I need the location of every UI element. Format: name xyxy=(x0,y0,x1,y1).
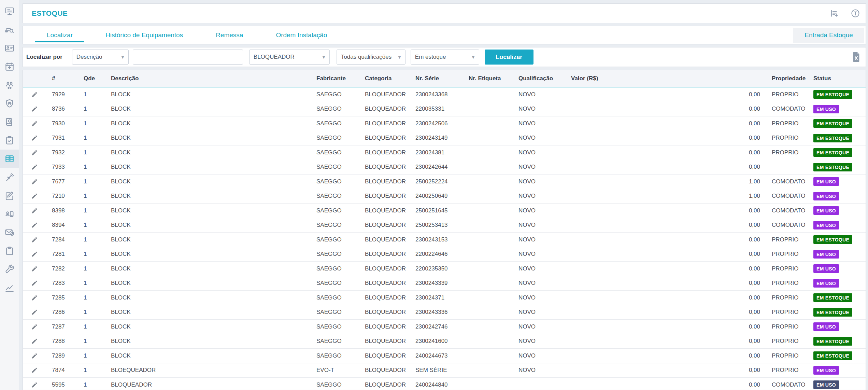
tab-ordem-instalacao[interactable]: Ordem Instalação xyxy=(264,26,339,44)
table-row[interactable]: 8736 1 BLOCK SAEGGO BLOQUEADOR 220035331… xyxy=(23,102,866,117)
edit-cell xyxy=(23,323,52,330)
cell-desc: BLOCK xyxy=(111,164,316,170)
sidebar-item-person-badge[interactable] xyxy=(0,205,19,223)
edit-pencil-icon[interactable] xyxy=(31,352,38,359)
edit-pencil-icon[interactable] xyxy=(31,164,38,170)
sidebar-item-clipboard[interactable] xyxy=(0,242,19,260)
table-row[interactable]: 8394 1 BLOCK SAEGGO BLOQUEADOR 250025341… xyxy=(23,218,866,233)
status-badge: EM ESTOQUE xyxy=(813,351,852,360)
cell-qty: 1 xyxy=(84,222,111,228)
stock-select[interactable]: Em estoque ▼ xyxy=(411,50,479,65)
sidebar-item-wrench[interactable] xyxy=(0,260,19,279)
sidebar-item-stock-drawers[interactable] xyxy=(0,150,19,168)
tab-localizar[interactable]: Localizar xyxy=(35,26,84,44)
edit-pencil-icon[interactable] xyxy=(31,338,38,345)
cell-serial: 2300243339 xyxy=(415,280,469,287)
sidebar-item-mail-sync[interactable] xyxy=(0,223,19,242)
cell-serial: 2300243336 xyxy=(415,309,469,316)
edit-pencil-icon[interactable] xyxy=(31,106,38,112)
table-row[interactable]: 7677 1 BLOCK SAEGGO BLOQUEADOR 250025222… xyxy=(23,175,866,189)
table-row[interactable]: 7933 1 BLOCK SAEGGO BLOQUEADOR 230024264… xyxy=(23,160,866,175)
table-row[interactable]: 7286 1 BLOCK SAEGGO BLOQUEADOR 230024333… xyxy=(23,305,866,320)
table-row[interactable]: 7282 1 BLOCK SAEGGO BLOQUEADOR 220023535… xyxy=(23,262,866,276)
cell-desc: BLOCK xyxy=(111,309,316,316)
cell-status: EM ESTOQUE xyxy=(813,293,866,302)
edit-pencil-icon[interactable] xyxy=(31,193,38,199)
edit-pencil-icon[interactable] xyxy=(31,294,38,301)
edit-pencil-icon[interactable] xyxy=(31,280,38,287)
edit-pencil-icon[interactable] xyxy=(31,367,38,374)
qualification-select[interactable]: Todas qualificações ▼ xyxy=(337,50,405,65)
sidebar-item-monitor[interactable] xyxy=(0,2,19,20)
cell-manufacturer: SAEGGO xyxy=(316,106,365,112)
cell-serial: 230024381 xyxy=(415,149,469,156)
sidebar-item-catalog-search[interactable] xyxy=(0,113,19,131)
cell-qty: 1 xyxy=(84,309,111,316)
table-row[interactable]: 7210 1 BLOCK SAEGGO BLOQUEADOR 240025064… xyxy=(23,189,866,204)
edit-pencil-icon[interactable] xyxy=(31,91,38,98)
search-input[interactable] xyxy=(133,50,243,65)
cell-status: EM USO xyxy=(813,366,866,375)
table-body: 7929 1 BLOCK SAEGGO BLOQUEADOR 230024336… xyxy=(23,87,866,390)
table-row[interactable]: 7874 1 BLOEQUEADOR EVO-T BLOQUEADOR SEM … xyxy=(23,363,866,378)
cell-ownership: PROPRIO xyxy=(772,265,813,272)
cell-qty: 1 xyxy=(84,236,111,243)
tab-historico[interactable]: Histórico de Equipamentos xyxy=(94,26,195,44)
sidebar-item-contact-card[interactable] xyxy=(0,39,19,57)
field-select[interactable]: Descrição ▼ xyxy=(72,50,129,65)
sidebar-item-shield-vehicle[interactable] xyxy=(0,94,19,113)
table-row[interactable]: 7930 1 BLOCK SAEGGO BLOQUEADOR 230024250… xyxy=(23,116,866,131)
tab-remessa[interactable]: Remessa xyxy=(204,26,255,44)
people-transfer-icon xyxy=(4,80,15,90)
cell-qualification: NOVO xyxy=(518,106,571,112)
excel-export-icon[interactable] xyxy=(852,52,861,62)
cell-status: EM ESTOQUE xyxy=(813,351,866,360)
sidebar-item-people-transfer[interactable] xyxy=(0,76,19,94)
playlist-add-icon[interactable] xyxy=(829,9,839,18)
sidebar-item-line-chart[interactable] xyxy=(0,279,19,297)
table-row[interactable]: 5595 1 BLOQUEADOR SAEGGO BLOQUEADOR 2400… xyxy=(23,378,866,390)
cell-desc: BLOCK xyxy=(111,193,316,199)
edit-pencil-icon[interactable] xyxy=(31,207,38,214)
category-select[interactable]: BLOQUEADOR ▼ xyxy=(249,50,330,65)
sidebar-item-calendar-add[interactable] xyxy=(0,57,19,76)
table-row[interactable]: 7283 1 BLOCK SAEGGO BLOQUEADOR 230024333… xyxy=(23,276,866,291)
edit-pencil-icon[interactable] xyxy=(31,236,38,243)
sidebar-item-vehicle-search[interactable] xyxy=(0,20,19,39)
edit-pencil-icon[interactable] xyxy=(31,381,38,388)
table-row[interactable]: 7288 1 BLOCK SAEGGO BLOQUEADOR 230024160… xyxy=(23,334,866,349)
cell-qty: 1 xyxy=(84,178,111,185)
cell-value: 0,00 xyxy=(571,381,772,388)
qualification-select-value: Todas qualificações xyxy=(341,54,392,60)
edit-pencil-icon[interactable] xyxy=(31,309,38,316)
table-row[interactable]: 7929 1 BLOCK SAEGGO BLOQUEADOR 230024336… xyxy=(23,87,866,102)
sidebar-item-antenna-signal[interactable] xyxy=(0,168,19,186)
table-row[interactable]: 8398 1 BLOCK SAEGGO BLOQUEADOR 250025164… xyxy=(23,204,866,218)
edit-pencil-icon[interactable] xyxy=(31,265,38,272)
edit-pencil-icon[interactable] xyxy=(31,178,38,185)
cell-serial: 220035331 xyxy=(415,106,469,112)
edit-pencil-icon[interactable] xyxy=(31,149,38,156)
edit-pencil-icon[interactable] xyxy=(31,222,38,228)
status-badge: EM USO xyxy=(813,105,839,113)
table-row[interactable]: 7281 1 BLOCK SAEGGO BLOQUEADOR 220022464… xyxy=(23,247,866,262)
circle-t-icon[interactable] xyxy=(851,9,860,18)
edit-cell xyxy=(23,280,52,287)
edit-pencil-icon[interactable] xyxy=(31,323,38,330)
table-row[interactable]: 7287 1 BLOCK SAEGGO BLOQUEADOR 230024274… xyxy=(23,320,866,334)
edit-pencil-icon[interactable] xyxy=(31,120,38,127)
sidebar-item-task-clipboard[interactable] xyxy=(0,131,19,150)
table-row[interactable]: 7285 1 BLOCK SAEGGO BLOQUEADOR 230024371… xyxy=(23,291,866,305)
table-row[interactable]: 7289 1 BLOCK SAEGGO BLOQUEADOR 240024467… xyxy=(23,349,866,363)
cell-manufacturer: SAEGGO xyxy=(316,149,365,156)
entrada-estoque-button[interactable]: Entrada Estoque xyxy=(793,28,864,43)
sidebar-item-document-edit[interactable] xyxy=(0,186,19,205)
table-row[interactable]: 7932 1 BLOCK SAEGGO BLOQUEADOR 230024381… xyxy=(23,145,866,160)
table-row[interactable]: 7931 1 BLOCK SAEGGO BLOQUEADOR 230024314… xyxy=(23,131,866,146)
cell-ownership: PROPRIO xyxy=(772,251,813,257)
cell-qty: 1 xyxy=(84,91,111,98)
table-row[interactable]: 7284 1 BLOCK SAEGGO BLOQUEADOR 230024315… xyxy=(23,233,866,247)
localizar-button[interactable]: Localizar xyxy=(485,50,533,65)
edit-pencil-icon[interactable] xyxy=(31,135,38,141)
edit-pencil-icon[interactable] xyxy=(31,251,38,257)
